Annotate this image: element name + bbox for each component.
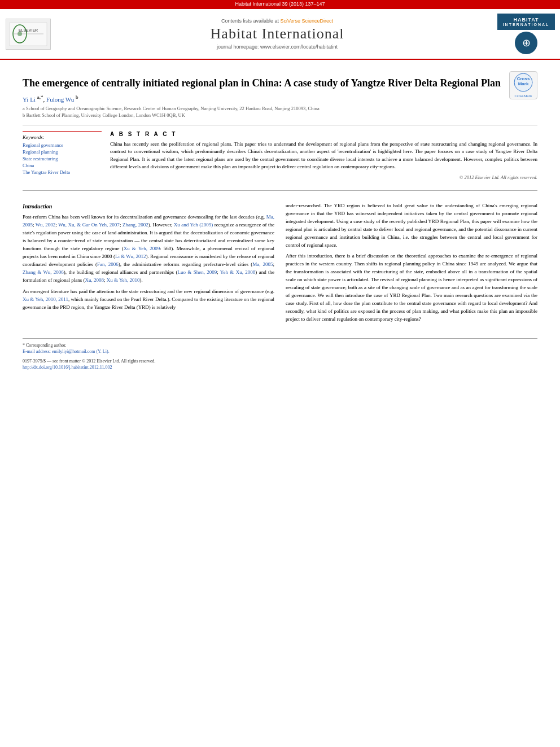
- email-label[interactable]: E-mail address: emilyliyi@hotmail.com (Y…: [23, 349, 110, 354]
- ref-xu-yeh2010-2[interactable]: Xu & Yeh, 2010, 2011: [23, 296, 68, 302]
- abstract-box: A B S T R A C T China has recently seen …: [110, 131, 537, 180]
- keyword-regional-planning[interactable]: Regional planning: [23, 149, 102, 155]
- body-col-right: under-researched. The YRD region is beli…: [286, 202, 537, 327]
- top-citation-bar: Habitat International 39 (2013) 137–147: [0, 0, 560, 8]
- separator-2: [23, 190, 537, 191]
- ref-xu-yeh2009[interactable]: Xu and Yeh (2009): [174, 222, 213, 228]
- habitat-sub: INTERNATIONAL: [503, 23, 550, 27]
- copyright-line: © 2012 Elsevier Ltd. All rights reserved…: [110, 174, 537, 180]
- keyword-china[interactable]: China: [23, 163, 102, 168]
- ref-xu2008[interactable]: Xu, 2008: [85, 277, 104, 283]
- intro-title: Introduction: [23, 202, 274, 211]
- separator-1: [23, 125, 537, 125]
- ref-li-wu2012[interactable]: Li & Wu, 2012: [115, 254, 146, 259]
- journal-homepage: journal homepage: www.elsevier.com/locat…: [62, 44, 492, 50]
- intro-col2-p1: under-researched. The YRD region is beli…: [286, 202, 537, 250]
- svg-rect-0: [10, 23, 47, 46]
- intro-col1-p1: Post-reform China has been well known fo…: [23, 213, 274, 284]
- affiliation-b: b Bartlett School of Planning, Universit…: [23, 112, 537, 119]
- keyword-state-restructuring[interactable]: State restructuring: [23, 156, 102, 161]
- corresponding-label: * Corresponding author.: [23, 343, 67, 348]
- footnote-email: E-mail address: emilyliyi@hotmail.com (Y…: [23, 348, 537, 355]
- sciverse-text: Contents lists available at SciVerse Sci…: [62, 18, 492, 24]
- svg-point-4: [18, 32, 22, 36]
- keyword-regional-governance[interactable]: Regional governance: [23, 142, 102, 148]
- citation-text: Habitat International 39 (2013) 137–147: [235, 1, 325, 7]
- author-yi-li[interactable]: Yi Li: [23, 96, 36, 103]
- keyword-yangtze[interactable]: The Yangtze River Delta: [23, 169, 102, 175]
- footnote-issn: 0197-3975/$ — see front matter © 2012 El…: [23, 358, 537, 364]
- crossmark-label: CrossMark: [514, 94, 533, 98]
- elsevier-image: ELSEVIER: [6, 19, 51, 50]
- habitat-logo-box: HABITAT INTERNATIONAL: [497, 14, 555, 30]
- elsevier-logo: ELSEVIER: [6, 19, 56, 50]
- ref-ma2005-2[interactable]: Ma, 2005: [252, 261, 273, 267]
- keywords-title: Keywords:: [23, 134, 102, 140]
- ref-zhang-wu2006[interactable]: Zhang & Wu, 2006: [23, 269, 64, 275]
- intro-col2-p2: After this introduction, there is a brie…: [286, 252, 537, 323]
- journal-header: ELSEVIER Contents lists available at Sci…: [0, 8, 560, 60]
- habitat-logo: HABITAT INTERNATIONAL ⊕: [498, 14, 554, 54]
- content-area: Cross Mark CrossMark The emergence of ce…: [0, 60, 560, 379]
- keywords-column: Keywords: Regional governance Regional p…: [23, 131, 102, 186]
- intro-col1-p2: An emergent literature has paid the atte…: [23, 288, 274, 312]
- footnote-area: * Corresponding author. E-mail address: …: [23, 338, 537, 371]
- article-title: The emergence of centrally initiated reg…: [23, 77, 537, 90]
- ref-wu2002[interactable]: Wu, 2002: [36, 222, 55, 228]
- abstract-heading: A B S T R A C T: [110, 131, 537, 137]
- ref-zhang2002[interactable]: Zhang, 2002: [123, 222, 148, 228]
- crossmark-badge[interactable]: Cross Mark CrossMark: [509, 71, 537, 99]
- ref-xu-yeh2010[interactable]: Xu & Yeh, 2010: [107, 277, 140, 283]
- footnote-doi[interactable]: http://dx.doi.org/10.1016/j.habitatint.2…: [23, 364, 537, 370]
- footnote-corresponding: * Corresponding author.: [23, 342, 537, 348]
- affiliation-a: a School of Geography and Oceanographic …: [23, 106, 537, 112]
- keywords-box: Keywords: Regional governance Regional p…: [23, 131, 102, 175]
- svg-text:Cross: Cross: [517, 76, 530, 81]
- ref-xu-yeh2009-2[interactable]: Xu & Yeh, 2009: [124, 246, 160, 251]
- ref-fan2006[interactable]: Fan, 2006: [97, 261, 119, 267]
- habitat-icon: ⊕: [515, 32, 537, 54]
- svg-text:Mark: Mark: [518, 81, 528, 86]
- body-col-left: Introduction Post-reform China has been …: [23, 202, 274, 327]
- ref-wu2007[interactable]: Wu, Xu, & Gar On Yeh, 2007: [58, 222, 120, 228]
- abstract-text: China has recently seen the proliferatio…: [110, 141, 537, 171]
- abstract-column: A B S T R A C T China has recently seen …: [110, 131, 537, 186]
- habitat-label: HABITAT: [503, 17, 550, 23]
- ref-luo-shen2009[interactable]: Luo & Shen, 2009: [177, 269, 217, 275]
- author-fulong-wu[interactable]: Fulong Wu: [46, 96, 74, 103]
- affiliations: a School of Geography and Oceanographic …: [23, 106, 537, 119]
- authors-line: Yi Li a,*, Fulong Wu b: [23, 94, 537, 103]
- affil-b-sup: b: [76, 94, 78, 100]
- body-columns: Introduction Post-reform China has been …: [23, 202, 537, 327]
- svg-text:ELSEVIER: ELSEVIER: [19, 28, 38, 32]
- abstract-section: Keywords: Regional governance Regional p…: [23, 131, 537, 186]
- ref-yeh-xu2008[interactable]: Yeh & Xu, 2008: [220, 269, 255, 275]
- journal-center: Contents lists available at SciVerse Sci…: [62, 18, 492, 50]
- sciverse-link[interactable]: SciVerse ScienceDirect: [281, 18, 334, 24]
- affil-a-sup: a,*: [37, 94, 43, 100]
- journal-title: Habitat International: [62, 25, 492, 42]
